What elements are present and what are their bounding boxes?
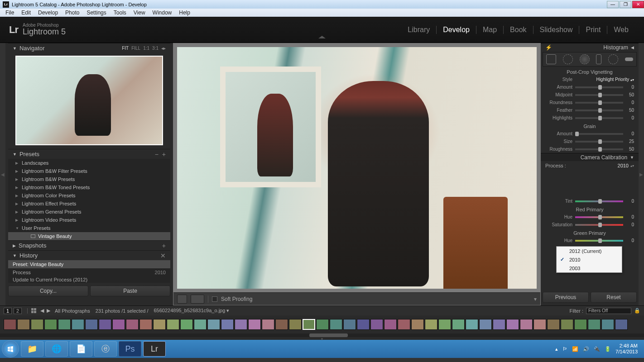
task-notepad[interactable]: 📄 [70, 341, 92, 357]
grid-icon[interactable] [31, 308, 37, 314]
history-item[interactable]: Preset: Vintage Beauty [8, 260, 170, 268]
menu-tools[interactable]: Tools [110, 10, 130, 16]
soft-proofing-checkbox[interactable] [212, 296, 217, 302]
filmstrip-thumb[interactable] [343, 319, 356, 330]
green-hue-slider[interactable]: Hue0 [541, 237, 639, 244]
filmstrip-thumb[interactable] [275, 319, 288, 330]
tray-flag-icon[interactable]: 🏳 [562, 346, 567, 352]
grain-amount-slider[interactable]: Amount0 [541, 130, 639, 138]
collapse-header-arrow-icon[interactable] [318, 36, 326, 38]
histogram-header[interactable]: ⚡ Histogram ◀ [541, 43, 639, 51]
menu-edit[interactable]: Edit [18, 10, 34, 16]
right-gutter[interactable]: ▶ [639, 43, 644, 305]
feather-slider[interactable]: Feather50 [541, 106, 639, 114]
nav-back-icon[interactable]: ◀ [40, 308, 44, 314]
amount-slider[interactable]: Amount0 [541, 83, 639, 91]
filmstrip-thumb[interactable] [357, 319, 370, 330]
filmstrip-thumb[interactable] [384, 319, 397, 330]
filmstrip-scrollbar[interactable] [0, 333, 644, 337]
filmstrip-thumb[interactable] [262, 319, 274, 330]
filmstrip-thumb[interactable] [588, 319, 601, 330]
task-lightroom[interactable]: Lr [143, 341, 166, 357]
photo-preview[interactable] [177, 47, 537, 289]
presets-header[interactable]: ▼ Presets − + [8, 149, 170, 159]
filmstrip-thumb[interactable] [330, 319, 342, 330]
zoom-updown-icon[interactable]: ◂▸ [161, 46, 166, 51]
module-book[interactable]: Book [504, 26, 533, 34]
grain-size-slider[interactable]: Size25 [541, 138, 639, 145]
filmstrip-thumb[interactable] [153, 319, 166, 330]
preset-folder[interactable]: ▶Lightroom B&W Toned Presets [8, 183, 170, 191]
previous-button[interactable]: Previous [543, 292, 589, 303]
zoom-fill[interactable]: FILL [131, 46, 140, 51]
left-gutter[interactable]: ◀ [0, 43, 5, 305]
before-after-button[interactable] [191, 295, 204, 304]
midpoint-slider[interactable]: Midpoint50 [541, 91, 639, 99]
minimize-button[interactable]: — [607, 1, 619, 8]
task-explorer[interactable]: 📁 [21, 341, 43, 357]
preset-folder[interactable]: ▶Lightroom General Presets [8, 208, 170, 216]
history-header[interactable]: ▼ History ✕ [8, 250, 170, 260]
filmstrip-thumb[interactable] [44, 319, 57, 330]
filmstrip-thumb[interactable] [194, 319, 207, 330]
grain-roughness-slider[interactable]: Roughness50 [541, 145, 639, 153]
history-item[interactable]: Process2010 [8, 268, 170, 276]
preset-folder-user[interactable]: ▼User Presets [8, 224, 170, 232]
dropdown-item-2010[interactable]: ✓2010 [557, 255, 622, 264]
task-ie[interactable]: ⓔ [94, 341, 117, 357]
filmstrip-thumb[interactable] [235, 319, 247, 330]
task-chrome[interactable]: 🌐 [45, 341, 68, 357]
red-sat-slider[interactable]: Saturation0 [541, 221, 639, 229]
maximize-button[interactable]: ❐ [620, 1, 631, 8]
filmstrip-thumb[interactable] [452, 319, 465, 330]
redeye-tool[interactable] [580, 54, 590, 64]
preset-folder[interactable]: ▶Lightroom Effect Presets [8, 200, 170, 208]
task-photoshop[interactable]: Ps [119, 341, 141, 357]
module-map[interactable]: Map [476, 26, 504, 34]
module-print[interactable]: Print [579, 26, 607, 34]
filmstrip-thumb[interactable] [139, 319, 152, 330]
crop-tool[interactable] [546, 54, 556, 64]
filmstrip-thumb[interactable] [207, 319, 220, 330]
preset-folder[interactable]: ▶Lightroom Video Presets [8, 216, 170, 224]
zoom-ratio[interactable]: 3:1 [152, 46, 159, 51]
filmstrip-thumb[interactable] [466, 319, 478, 330]
copy-button[interactable]: Copy... [8, 286, 88, 296]
navigator-header[interactable]: ▼ Navigator FIT FILL 1:1 3:1 ◂▸ [8, 43, 170, 53]
filmstrip-thumb[interactable] [316, 319, 329, 330]
grad-filter-tool[interactable] [596, 54, 601, 64]
filmstrip-thumb[interactable] [574, 319, 587, 330]
filmstrip-thumb[interactable] [221, 319, 234, 330]
close-button[interactable]: ✕ [632, 1, 644, 8]
dropdown-item-2003[interactable]: 2003 [557, 264, 622, 272]
filmstrip-thumb[interactable] [303, 319, 315, 330]
preset-vintage-beauty[interactable]: Vintage Beauty [8, 232, 170, 240]
scrollbar-handle[interactable] [309, 333, 348, 337]
reset-button[interactable]: Reset [591, 292, 637, 303]
menu-photo[interactable]: Photo [62, 10, 83, 16]
filmstrip[interactable]: document.write(Array.from({length:46},(_… [0, 315, 644, 333]
tray-wifi-icon[interactable]: 📶 [572, 346, 578, 352]
filmstrip-thumb[interactable] [72, 319, 84, 330]
history-item[interactable]: Update to Current Process (2012) [8, 276, 170, 283]
menu-develop[interactable]: Develop [34, 10, 62, 16]
preset-folder[interactable]: ▶Lightroom B&W Filter Presets [8, 167, 170, 175]
filmstrip-thumb[interactable] [85, 319, 98, 330]
filmstrip-thumb[interactable] [4, 319, 16, 330]
filmstrip-thumb[interactable] [561, 319, 573, 330]
spot-tool[interactable] [563, 54, 573, 64]
filmstrip-thumb[interactable] [17, 319, 30, 330]
highlights-slider[interactable]: Highlights0 [541, 114, 639, 122]
dropdown-item-2012[interactable]: 2012 (Current) [557, 247, 622, 255]
filmstrip-thumb[interactable] [58, 319, 71, 330]
tray-volume-icon[interactable]: 🔊 [583, 346, 589, 352]
filmstrip-thumb[interactable] [520, 319, 533, 330]
calibration-header[interactable]: Camera Calibration ▼ [541, 153, 639, 161]
filmstrip-thumb[interactable] [533, 319, 546, 330]
loupe-view-button[interactable] [177, 295, 187, 304]
filmstrip-thumb[interactable] [289, 319, 302, 330]
toolbar-menu-icon[interactable]: ▾ [534, 296, 537, 302]
filmstrip-thumb[interactable] [99, 319, 111, 330]
minus-icon[interactable]: − [155, 151, 159, 158]
filmstrip-thumb[interactable] [493, 319, 505, 330]
